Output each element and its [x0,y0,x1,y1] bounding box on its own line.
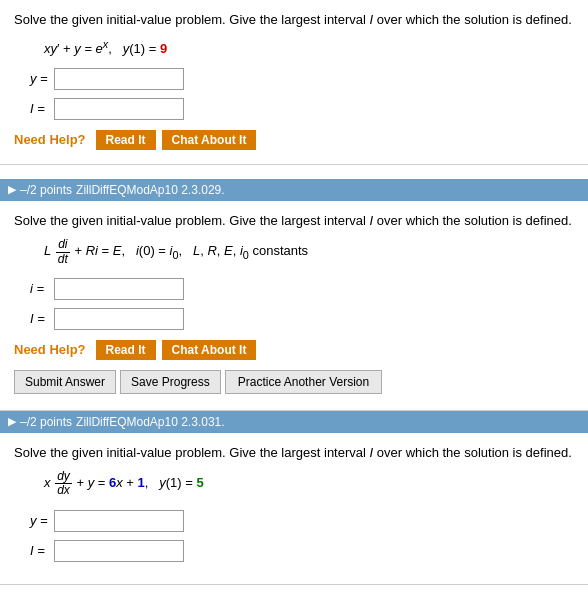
i-input-row-2: i = [30,278,574,300]
need-help-label-2: Need Help? [14,342,86,357]
read-it-button-2[interactable]: Read It [96,340,156,360]
problem-2-statement: Solve the given initial-value problem. G… [14,211,574,231]
chat-button-1[interactable]: Chat About It [162,130,257,150]
I-label-2: I = [30,311,54,326]
need-help-row-2: Need Help? Read It Chat About It [14,340,574,360]
practice-button-2[interactable]: Practice Another Version [225,370,382,394]
problem-2-points: –/2 points [20,183,72,197]
problem-1-equation: xy′ + y = ex, y(1) = 9 [44,38,574,56]
I-input-2[interactable] [54,308,184,330]
i-input-2[interactable] [54,278,184,300]
action-buttons-row-2: Submit Answer Save Progress Practice Ano… [14,370,574,394]
problem-2-header: ▶ –/2 points ZillDiffEQModAp10 2.3.029. [0,179,588,201]
problem-3-points: –/2 points [20,415,72,429]
problem-1-statement: Solve the given initial-value problem. G… [14,10,574,30]
problem-3-statement: Solve the given initial-value problem. G… [14,443,574,463]
I-input-3[interactable] [54,540,184,562]
problem-3-id: ZillDiffEQModAp10 2.3.031. [76,415,225,429]
y-input-3[interactable] [54,510,184,532]
y-input-row-3: y = [30,510,574,532]
need-help-label-1: Need Help? [14,132,86,147]
y-input-row-1: y = [30,68,574,90]
read-it-button-1[interactable]: Read It [96,130,156,150]
problem-3: Solve the given initial-value problem. G… [0,433,588,585]
need-help-row-1: Need Help? Read It Chat About It [14,130,574,150]
arrow-icon-3: ▶ [8,415,16,428]
i-label-2: i = [30,281,54,296]
problem-3-equation: x dy dx + y = 6x + 1, y(1) = 5 [44,470,574,497]
y-label-3: y = [30,513,54,528]
I-input-row-2: I = [30,308,574,330]
problem-1: Solve the given initial-value problem. G… [0,0,588,165]
I-input-1[interactable] [54,98,184,120]
submit-button-2[interactable]: Submit Answer [14,370,116,394]
y-label-1: y = [30,71,54,86]
y-input-1[interactable] [54,68,184,90]
problem-3-header: ▶ –/2 points ZillDiffEQModAp10 2.3.031. [0,411,588,433]
problem-2-equation: L di dt + Ri = E, i(0) = i0, L, R, E, i0… [44,238,574,265]
I-label-3: I = [30,543,54,558]
chat-button-2[interactable]: Chat About It [162,340,257,360]
problem-2-id: ZillDiffEQModAp10 2.3.029. [76,183,225,197]
problem-2: Solve the given initial-value problem. G… [0,201,588,411]
I-input-row-3: I = [30,540,574,562]
save-button-2[interactable]: Save Progress [120,370,221,394]
I-label-1: I = [30,101,54,116]
I-input-row-1: I = [30,98,574,120]
arrow-icon-2: ▶ [8,183,16,196]
